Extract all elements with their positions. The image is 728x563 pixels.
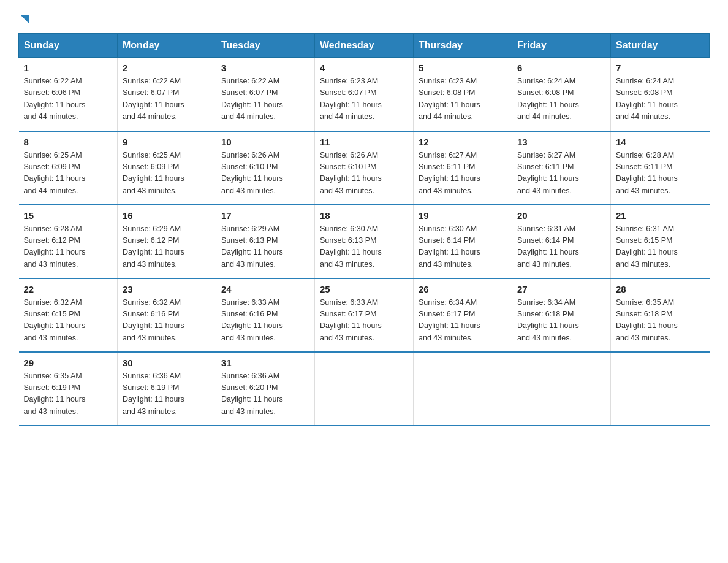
weekday-header: Sunday: [19, 34, 118, 58]
calendar-day-cell: 22 Sunrise: 6:32 AMSunset: 6:15 PMDaylig…: [19, 278, 118, 352]
day-number: 24: [221, 284, 309, 294]
day-number: 11: [320, 137, 408, 147]
day-info: Sunrise: 6:28 AMSunset: 6:12 PMDaylight:…: [24, 224, 86, 269]
day-info: Sunrise: 6:23 AMSunset: 6:08 PMDaylight:…: [419, 77, 480, 121]
calendar-day-cell: 5 Sunrise: 6:23 AMSunset: 6:08 PMDayligh…: [414, 58, 512, 131]
day-info: Sunrise: 6:31 AMSunset: 6:15 PMDaylight:…: [616, 224, 678, 269]
day-number: 18: [320, 210, 408, 221]
day-info: Sunrise: 6:31 AMSunset: 6:14 PMDaylight:…: [517, 224, 579, 269]
calendar-day-cell: 15 Sunrise: 6:28 AMSunset: 6:12 PMDaylig…: [19, 205, 118, 278]
calendar-day-cell: 25 Sunrise: 6:33 AMSunset: 6:17 PMDaylig…: [315, 278, 414, 352]
calendar-day-cell: 17 Sunrise: 6:29 AMSunset: 6:13 PMDaylig…: [216, 205, 315, 278]
calendar-day-cell: 16 Sunrise: 6:29 AMSunset: 6:12 PMDaylig…: [118, 205, 216, 278]
day-info: Sunrise: 6:29 AMSunset: 6:12 PMDaylight:…: [123, 224, 184, 269]
day-number: 26: [419, 284, 507, 294]
day-info: Sunrise: 6:28 AMSunset: 6:11 PMDaylight:…: [616, 151, 678, 195]
day-info: Sunrise: 6:29 AMSunset: 6:13 PMDaylight:…: [221, 224, 283, 269]
day-info: Sunrise: 6:24 AMSunset: 6:08 PMDaylight:…: [616, 77, 678, 121]
day-number: 20: [517, 210, 605, 221]
day-info: Sunrise: 6:27 AMSunset: 6:11 PMDaylight:…: [419, 151, 480, 195]
calendar-day-cell: 11 Sunrise: 6:26 AMSunset: 6:10 PMDaylig…: [315, 131, 414, 205]
calendar-day-cell: [512, 352, 611, 426]
day-number: 16: [123, 210, 211, 221]
calendar-day-cell: 14 Sunrise: 6:28 AMSunset: 6:11 PMDaylig…: [611, 131, 710, 205]
calendar-day-cell: 18 Sunrise: 6:30 AMSunset: 6:13 PMDaylig…: [315, 205, 414, 278]
calendar-day-cell: 19 Sunrise: 6:30 AMSunset: 6:14 PMDaylig…: [414, 205, 512, 278]
day-number: 1: [24, 63, 113, 73]
day-number: 25: [320, 284, 408, 294]
page-header: [18, 12, 710, 21]
calendar-week-row: 29 Sunrise: 6:35 AMSunset: 6:19 PMDaylig…: [19, 352, 710, 426]
weekday-header: Friday: [512, 34, 611, 58]
day-info: Sunrise: 6:25 AMSunset: 6:09 PMDaylight:…: [24, 151, 86, 195]
calendar-day-cell: 31 Sunrise: 6:36 AMSunset: 6:20 PMDaylig…: [216, 352, 315, 426]
calendar-day-cell: 23 Sunrise: 6:32 AMSunset: 6:16 PMDaylig…: [118, 278, 216, 352]
calendar-day-cell: 13 Sunrise: 6:27 AMSunset: 6:11 PMDaylig…: [512, 131, 611, 205]
day-number: 13: [517, 137, 605, 147]
day-info: Sunrise: 6:26 AMSunset: 6:10 PMDaylight:…: [221, 151, 283, 195]
day-info: Sunrise: 6:30 AMSunset: 6:14 PMDaylight:…: [419, 224, 480, 269]
day-info: Sunrise: 6:36 AMSunset: 6:20 PMDaylight:…: [221, 372, 283, 416]
day-number: 21: [616, 210, 705, 221]
day-number: 30: [123, 358, 211, 368]
logo-arrow-icon: [20, 15, 29, 23]
calendar-day-cell: 1 Sunrise: 6:22 AMSunset: 6:06 PMDayligh…: [19, 58, 118, 131]
day-info: Sunrise: 6:32 AMSunset: 6:16 PMDaylight:…: [123, 298, 184, 342]
day-number: 14: [616, 137, 705, 147]
weekday-header: Thursday: [414, 34, 512, 58]
day-number: 22: [24, 284, 113, 294]
calendar-day-cell: 2 Sunrise: 6:22 AMSunset: 6:07 PMDayligh…: [118, 58, 216, 131]
calendar-day-cell: [611, 352, 710, 426]
day-info: Sunrise: 6:33 AMSunset: 6:17 PMDaylight:…: [320, 298, 382, 342]
day-number: 12: [419, 137, 507, 147]
calendar-day-cell: 7 Sunrise: 6:24 AMSunset: 6:08 PMDayligh…: [611, 58, 710, 131]
calendar-day-cell: 24 Sunrise: 6:33 AMSunset: 6:16 PMDaylig…: [216, 278, 315, 352]
calendar-week-row: 15 Sunrise: 6:28 AMSunset: 6:12 PMDaylig…: [19, 205, 710, 278]
day-info: Sunrise: 6:22 AMSunset: 6:07 PMDaylight:…: [221, 77, 283, 121]
day-number: 2: [123, 63, 211, 73]
day-info: Sunrise: 6:34 AMSunset: 6:17 PMDaylight:…: [419, 298, 480, 342]
day-number: 4: [320, 63, 408, 73]
calendar-week-row: 8 Sunrise: 6:25 AMSunset: 6:09 PMDayligh…: [19, 131, 710, 205]
day-number: 19: [419, 210, 507, 221]
calendar-day-cell: [315, 352, 414, 426]
calendar-day-cell: 29 Sunrise: 6:35 AMSunset: 6:19 PMDaylig…: [19, 352, 118, 426]
day-info: Sunrise: 6:26 AMSunset: 6:10 PMDaylight:…: [320, 151, 382, 195]
calendar-week-row: 1 Sunrise: 6:22 AMSunset: 6:06 PMDayligh…: [19, 58, 710, 131]
day-info: Sunrise: 6:27 AMSunset: 6:11 PMDaylight:…: [517, 151, 579, 195]
calendar-day-cell: 26 Sunrise: 6:34 AMSunset: 6:17 PMDaylig…: [414, 278, 512, 352]
calendar-week-row: 22 Sunrise: 6:32 AMSunset: 6:15 PMDaylig…: [19, 278, 710, 352]
day-number: 8: [24, 137, 113, 147]
day-info: Sunrise: 6:32 AMSunset: 6:15 PMDaylight:…: [24, 298, 86, 342]
calendar-header: SundayMondayTuesdayWednesdayThursdayFrid…: [19, 34, 710, 58]
calendar-day-cell: 10 Sunrise: 6:26 AMSunset: 6:10 PMDaylig…: [216, 131, 315, 205]
day-info: Sunrise: 6:34 AMSunset: 6:18 PMDaylight:…: [517, 298, 579, 342]
calendar-day-cell: 9 Sunrise: 6:25 AMSunset: 6:09 PMDayligh…: [118, 131, 216, 205]
weekday-header: Tuesday: [216, 34, 315, 58]
day-number: 15: [24, 210, 113, 221]
calendar-day-cell: 12 Sunrise: 6:27 AMSunset: 6:11 PMDaylig…: [414, 131, 512, 205]
day-number: 29: [24, 358, 113, 368]
logo: [18, 12, 29, 21]
calendar-day-cell: 30 Sunrise: 6:36 AMSunset: 6:19 PMDaylig…: [118, 352, 216, 426]
weekday-header: Monday: [118, 34, 216, 58]
day-number: 28: [616, 284, 705, 294]
day-number: 31: [221, 358, 309, 368]
day-info: Sunrise: 6:22 AMSunset: 6:07 PMDaylight:…: [123, 77, 184, 121]
day-info: Sunrise: 6:24 AMSunset: 6:08 PMDaylight:…: [517, 77, 579, 121]
calendar-day-cell: 21 Sunrise: 6:31 AMSunset: 6:15 PMDaylig…: [611, 205, 710, 278]
day-number: 10: [221, 137, 309, 147]
day-number: 23: [123, 284, 211, 294]
day-info: Sunrise: 6:30 AMSunset: 6:13 PMDaylight:…: [320, 224, 382, 269]
day-number: 5: [419, 63, 507, 73]
day-info: Sunrise: 6:23 AMSunset: 6:07 PMDaylight:…: [320, 77, 382, 121]
weekday-header: Wednesday: [315, 34, 414, 58]
calendar-day-cell: 27 Sunrise: 6:34 AMSunset: 6:18 PMDaylig…: [512, 278, 611, 352]
calendar-day-cell: 3 Sunrise: 6:22 AMSunset: 6:07 PMDayligh…: [216, 58, 315, 131]
day-number: 27: [517, 284, 605, 294]
day-info: Sunrise: 6:35 AMSunset: 6:19 PMDaylight:…: [24, 372, 86, 416]
calendar-day-cell: 6 Sunrise: 6:24 AMSunset: 6:08 PMDayligh…: [512, 58, 611, 131]
day-number: 17: [221, 210, 309, 221]
day-info: Sunrise: 6:22 AMSunset: 6:06 PMDaylight:…: [24, 77, 86, 121]
calendar-day-cell: 20 Sunrise: 6:31 AMSunset: 6:14 PMDaylig…: [512, 205, 611, 278]
